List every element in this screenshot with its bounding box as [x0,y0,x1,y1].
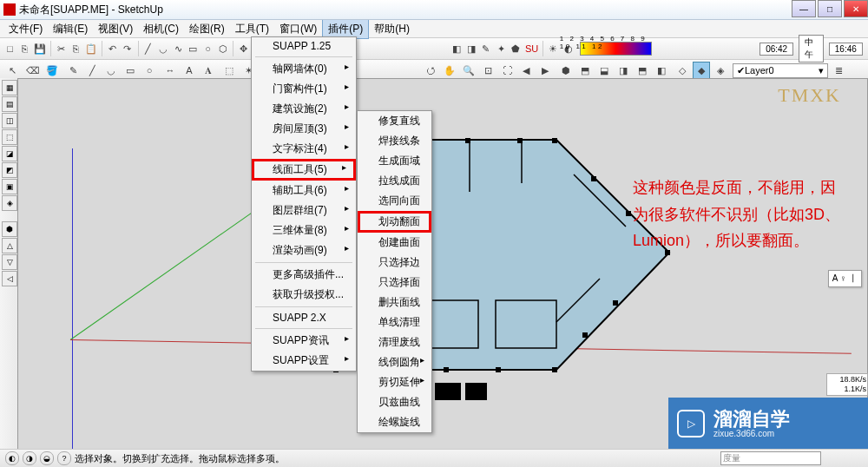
small-panel[interactable]: A ♀ 丨 [828,270,862,287]
dock-3[interactable]: ◫ [2,113,17,128]
mi-item[interactable]: SUAPP资讯 [252,331,356,351]
tb-cut[interactable]: ✂ [55,40,68,57]
mi-sub[interactable]: 只选择边 [358,253,431,273]
t2-orbit[interactable]: ⭯ [422,62,439,79]
time-2[interactable]: 中午 [799,35,824,62]
t2-pencil[interactable]: ✎ [64,62,82,79]
t2-arc2[interactable]: ◡ [102,62,120,79]
t2-front[interactable]: ⬓ [595,62,613,79]
mi-sub[interactable]: 线倒圆角 [358,352,431,372]
tb-misc3[interactable]: ✎ [479,40,492,57]
mi-item[interactable]: SUAPP设置 [252,351,356,371]
menu-1[interactable]: 编辑(E) [48,20,93,38]
t2-iso[interactable]: ⬢ [557,62,575,79]
dock-1[interactable]: ▦ [2,80,17,95]
tb-save[interactable]: 💾 [33,40,47,57]
mi-item[interactable]: 渲染动画(9) [252,240,356,260]
menu-2[interactable]: 视图(V) [93,20,138,38]
viewport[interactable]: TMXK 这种颜色是反面，不能用，因为很多软件不识别（比如3D、Lumion），… [17,78,868,450]
tb-arc[interactable]: ◡ [156,40,169,57]
dock-9[interactable]: ⬢ [2,221,17,237]
status-icon-1[interactable]: ◐ [5,451,19,465]
mi-item[interactable]: 线面工具(5) [252,159,356,181]
mi-item[interactable]: 轴网墙体(0) [252,59,356,79]
dock-11[interactable]: ▽ [2,254,17,270]
t2-select[interactable]: ↖ [3,62,21,79]
tb-new[interactable]: □ [3,40,16,57]
mi-item[interactable]: 建筑设施(2) [252,99,356,119]
tb-misc1[interactable]: ◧ [450,40,463,57]
t2-next[interactable]: ▶ [536,62,554,79]
mi-sub[interactable]: 拉线成面 [358,171,431,191]
time-3[interactable]: 16:46 [829,43,863,56]
mi-sub[interactable]: 剪切延伸 [358,372,431,392]
mi-sub[interactable]: 创建曲面 [358,233,431,253]
tb-misc2[interactable]: ◨ [464,40,477,57]
status-help-icon[interactable]: ? [57,451,71,465]
t2-eraser[interactable]: ⌫ [24,62,42,79]
t2-style3[interactable]: ◈ [712,62,729,79]
menu-3[interactable]: 相机(C) [138,20,184,38]
tb-freehand[interactable]: ∿ [172,40,185,57]
tb-misc4[interactable]: ✦ [495,40,508,57]
mi-item[interactable]: 更多高级插件... [252,265,356,285]
status-icon-2[interactable]: ◑ [23,451,36,465]
tb-poly[interactable]: ⬡ [216,40,229,57]
t2-line2[interactable]: ╱ [83,62,101,79]
close-button[interactable]: ✕ [844,0,868,17]
maximize-button[interactable]: □ [818,0,842,17]
tb-redo[interactable]: ↷ [121,40,134,57]
t2-paint[interactable]: 🪣 [43,62,61,79]
tb-move[interactable]: ✥ [237,40,250,57]
t2-layermgr[interactable]: ≣ [830,62,847,79]
t2-rect2[interactable]: ▭ [122,62,139,79]
tb-undo[interactable]: ↶ [106,40,119,57]
mi-item[interactable]: 图层群组(7) [252,201,356,220]
t2-zoomwin[interactable]: ⊡ [479,62,496,79]
dock-10[interactable]: △ [2,238,17,253]
tb-open[interactable]: ⎘ [18,40,31,57]
layer-selector[interactable]: ✔ Layer0 ▾ [733,63,828,78]
dock-8[interactable]: ◈ [2,195,17,211]
menu-0[interactable]: 文件(F) [3,20,48,38]
tb-paste[interactable]: 📋 [84,40,98,57]
dock-6[interactable]: ◩ [2,162,17,178]
mi-sub[interactable]: 生成面域 [358,151,431,171]
mi-sub[interactable]: 清理废线 [358,332,431,352]
tb-copy[interactable]: ⎘ [69,40,82,57]
menu-8[interactable]: 帮助(H) [369,20,415,38]
menu-4[interactable]: 绘图(R) [184,20,230,38]
mi-item[interactable]: 房间屋顶(3) [252,119,356,139]
dock-7[interactable]: ▣ [2,179,17,194]
time-1[interactable]: 06:42 [760,43,793,56]
status-icon-3[interactable]: ◒ [40,451,54,465]
dock-12[interactable]: ◁ [2,271,17,286]
mi-sub[interactable]: 划动翻面 [358,211,431,233]
mi-sub[interactable]: 单线清理 [358,312,431,332]
mi-sub[interactable]: 贝兹曲线 [358,392,431,412]
mi-sub[interactable]: 修复直线 [358,111,431,131]
mi-item[interactable]: 文字标注(4) [252,139,356,159]
t2-back[interactable]: ⬒ [634,62,651,79]
t2-3dtext[interactable]: 𝐀 [200,62,217,79]
t2-right[interactable]: ◨ [615,62,632,79]
menu-5[interactable]: 工具(T) [230,20,274,38]
mi-item[interactable]: 门窗构件(1) [252,79,356,99]
mi-suapp[interactable]: SUAPP 1.25 [252,37,356,55]
dock-4[interactable]: ⬚ [2,129,17,145]
t2-zoom[interactable]: 🔍 [460,62,477,79]
tb-misc6[interactable]: SU [524,40,539,57]
mi-sub[interactable]: 焊接线条 [358,131,431,151]
mi-sub[interactable]: 选同向面 [358,191,431,211]
t2-top[interactable]: ⬒ [576,62,594,79]
tb-rect[interactable]: ▭ [187,40,200,57]
t2-style2[interactable]: ◆ [693,62,710,79]
t2-section[interactable]: ⬚ [220,62,238,79]
mi-item[interactable]: 三维体量(8) [252,220,356,240]
dimension-input[interactable]: 度量 [720,451,821,465]
t2-pan[interactable]: ✋ [441,62,458,79]
brand-badge[interactable]: ▷ 溜溜自学 zixue.3d66.com [668,398,868,450]
tb-shadow[interactable]: ☀ [547,40,560,57]
dock-2[interactable]: ▤ [2,96,17,112]
mi-sub[interactable]: 只选择面 [358,273,431,293]
